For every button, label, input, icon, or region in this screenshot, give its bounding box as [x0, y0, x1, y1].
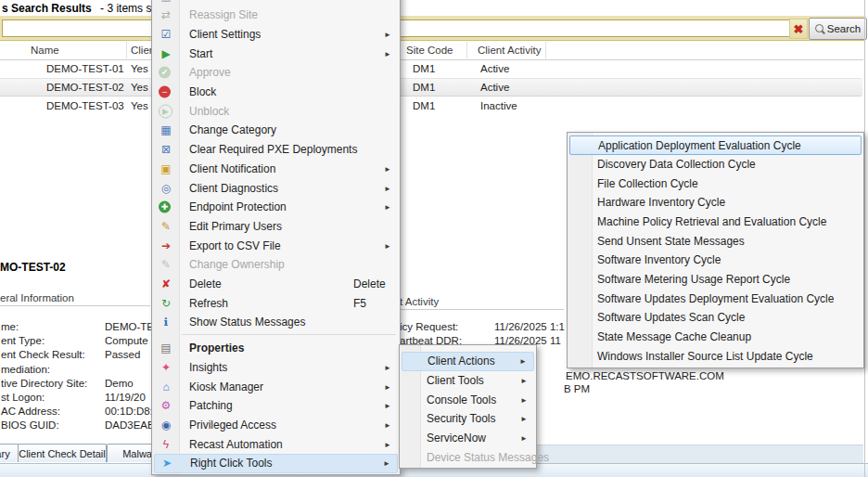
menu-item-label: Security Tools [427, 412, 495, 425]
menu-item-label: Show Status Messages [189, 316, 305, 329]
submenu-arrow-icon: ► [384, 184, 391, 192]
submenu-arrow-icon: ► [384, 30, 391, 38]
menu-item-privileged-access[interactable]: ◉Privileged Access► [154, 415, 398, 434]
field-value: 11/26/2025 1:1 [494, 321, 565, 332]
menu-item-clear-required-pxe-deployments[interactable]: ⊠Clear Required PXE Deployments [154, 140, 398, 160]
menu-item-label: Client Actions [428, 355, 495, 367]
cell-client: Yes [131, 82, 148, 93]
menu-item-discovery-data-collection-cycle[interactable]: Discovery Data Collection Cycle [569, 155, 862, 174]
menu-item-label: Client Diagnostics [189, 182, 278, 195]
menu-item-properties[interactable]: ▤Properties [154, 339, 398, 358]
context-menu: ▦⇄Reassign Site☑Client Settings►▶Start►✔… [151, 0, 401, 475]
menu-item-patching[interactable]: ⚙Patching► [154, 396, 398, 416]
column-header-site-code[interactable]: Site Code [406, 45, 453, 56]
menu-item-label: File Collection Cycle [597, 177, 698, 190]
menu-item-client-diagnostics[interactable]: ◎Client Diagnostics► [154, 178, 398, 198]
menu-item-label: Patching [189, 399, 233, 412]
tab-client-check-detail[interactable]: Client Check Detail [18, 444, 107, 462]
menu-item-label: Endpoint Protection [189, 200, 287, 213]
right-click-tools-icon: ➤ [160, 456, 174, 471]
menu-item-label: Export to CSV File [189, 239, 281, 252]
tab-label: Client Check Detail [19, 448, 106, 459]
menu-item-hardware-inventory-cycle[interactable]: Hardware Inventory Cycle [569, 193, 862, 213]
field-value: Passed [105, 349, 140, 360]
menu-item-export-to-csv-file[interactable]: ➔Export to CSV File► [154, 236, 398, 255]
menu-item-client-settings[interactable]: ☑Client Settings► [154, 24, 398, 44]
cell-act: Active [480, 63, 509, 74]
field-label: BIOS GUID: [1, 419, 59, 431]
menu-item-refresh[interactable]: ↻RefreshF5 [154, 293, 398, 313]
menu-item-machine-policy-retrieval-and-evaluation-cycle[interactable]: Machine Policy Retrieval and Evaluation … [569, 213, 862, 232]
menu-shortcut: F5 [353, 297, 366, 310]
cell-site: DM1 [413, 63, 435, 74]
menu-item-client-actions[interactable]: Client Actions► [402, 352, 534, 371]
delete-icon: ✘ [159, 277, 173, 291]
time-fragment: B PM [564, 383, 590, 394]
menu-item-send-unsent-state-messages[interactable]: Send Unsent State Messages [569, 231, 862, 251]
menu-item-label: Client Tools [427, 374, 484, 387]
submenu-arrow-icon: ► [384, 440, 391, 448]
menu-item-unblock: ▶Unblock [154, 101, 398, 121]
field-value: DAD3EAB [105, 419, 155, 431]
field-label: me: [1, 321, 19, 332]
menu-item-label: Client Notification [189, 162, 275, 175]
approve-icon: ✔ [159, 67, 171, 79]
submenu-arrow-icon: ► [520, 395, 528, 404]
menu-item-client-notification[interactable]: ▣Client Notification► [154, 159, 398, 178]
client-activity-section-label: t Activity [400, 296, 439, 307]
search-button[interactable]: Search [809, 18, 867, 40]
menu-item-label: Refresh [189, 297, 228, 310]
menu-item-right-click-tools[interactable]: ➤Right Click Tools► [154, 454, 398, 473]
section-divider [0, 305, 150, 306]
menu-item-insights[interactable]: ✦Insights► [154, 357, 398, 377]
menu-item-start[interactable]: ▶Start► [154, 44, 398, 63]
menu-item-security-tools[interactable]: Security Tools► [402, 409, 534, 429]
menu-item-label: Software Updates Scan Cycle [597, 311, 745, 324]
tab-label: ary [0, 448, 10, 459]
menu-item-application-deployment-evaluation-cycle[interactable]: Application Deployment Evaluation Cycle [569, 135, 862, 155]
menu-item-label: Edit Primary Users [189, 220, 282, 233]
endpoint-protection-icon: ✚ [159, 201, 171, 213]
menu-item-console-tools[interactable]: Console Tools► [402, 390, 534, 409]
menu-item-block[interactable]: –Block [154, 83, 398, 102]
menu-item-recast-automation[interactable]: ϟRecast Automation► [154, 434, 398, 454]
table-row-demo-test-01[interactable]: DEMO-TEST-01YesDM1Active [0, 59, 857, 78]
general-information-section-label: eral Information [0, 292, 74, 303]
menu-item-show-status-messages[interactable]: ℹShow Status Messages [154, 313, 398, 332]
clear-search-button[interactable]: ✖ [789, 19, 808, 39]
menu-item-file-collection-cycle[interactable]: File Collection Cycle [569, 174, 862, 193]
menu-item-software-updates-scan-cycle[interactable]: Software Updates Scan Cycle [569, 308, 862, 328]
table-row-demo-test-02[interactable]: DEMO-TEST-02YesDM1Active [0, 78, 862, 97]
menu-item-client-tools[interactable]: Client Tools► [402, 370, 534, 390]
menu-item-label: Application Deployment Evaluation Cycle [598, 139, 801, 152]
menu-item-edit-primary-users[interactable]: ✎Edit Primary Users [154, 216, 398, 236]
column-header-client-activity[interactable]: Client Activity [478, 45, 541, 56]
submenu-arrow-icon: ► [384, 363, 391, 371]
menu-item-endpoint-protection[interactable]: ✚Endpoint Protection► [154, 198, 398, 217]
block-icon: – [159, 86, 171, 98]
menu-item-state-message-cache-cleanup[interactable]: State Message Cache Cleanup [569, 328, 862, 347]
menu-item-software-inventory-cycle[interactable]: Software Inventory Cycle [569, 251, 862, 270]
field-value: 11/19/20 [105, 392, 146, 403]
menu-item-kiosk-manager[interactable]: ⌂Kiosk Manager► [154, 377, 398, 396]
menu-item-label: Console Tools [427, 393, 496, 406]
menu-item-label: Machine Policy Retrieval and Evaluation … [597, 215, 826, 228]
cell-client: Yes [131, 63, 148, 74]
window-right-edge [864, 0, 865, 477]
menu-item-label: Software Metering Usage Report Cycle [597, 273, 790, 286]
table-row-demo-test-03[interactable]: DEMO-TEST-03YesDM1Inactive [0, 97, 857, 115]
column-divider [545, 42, 546, 58]
unblock-icon: ▶ [159, 104, 172, 118]
column-header-name[interactable]: Name [31, 45, 59, 56]
menu-item-servicenow[interactable]: ServiceNow► [402, 429, 534, 448]
menu-item-software-updates-deployment-evaluation-cycle[interactable]: Software Updates Deployment Evaluation C… [569, 289, 862, 308]
menu-item-change-category[interactable]: ▦Change Category [154, 121, 398, 140]
tab-summary[interactable]: ary [0, 444, 19, 462]
menu-item-label: Unblock [189, 105, 229, 118]
column-divider [466, 42, 467, 58]
menu-item-delete[interactable]: ✘DeleteDelete [154, 275, 398, 294]
menu-item-change-ownership: ✎Change Ownership [154, 255, 398, 275]
menu-item-windows-installer-source-list-update-cycle[interactable]: Windows Installer Source List Update Cyc… [569, 346, 862, 366]
menu-item-software-metering-usage-report-cycle[interactable]: Software Metering Usage Report Cycle [569, 270, 862, 290]
cell-name: DEMO-TEST-02 [46, 82, 124, 93]
